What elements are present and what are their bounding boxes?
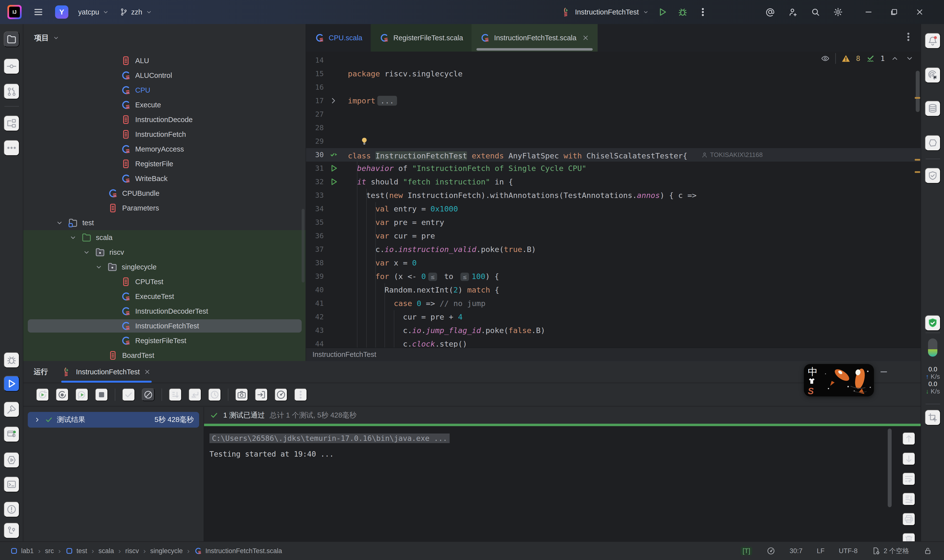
- line-number[interactable]: 31: [306, 162, 324, 175]
- eye-icon[interactable]: [821, 54, 830, 63]
- tool-build-button[interactable]: [4, 402, 19, 417]
- next-problem-icon[interactable]: [905, 54, 914, 63]
- tool-terminal-button[interactable]: [4, 477, 19, 492]
- line-number[interactable]: 42: [306, 310, 324, 324]
- line-number[interactable]: 41: [306, 297, 324, 310]
- line-number[interactable]: 35: [306, 215, 324, 229]
- main-menu-button[interactable]: [31, 5, 45, 19]
- line-number[interactable]: 30: [306, 148, 324, 162]
- license-indicator[interactable]: [925, 315, 941, 331]
- sort-by-duration-button[interactable]: [188, 388, 201, 401]
- import-tests-button[interactable]: [255, 388, 268, 401]
- hide-panel-icon[interactable]: [879, 367, 889, 377]
- tree-item-scala[interactable]: scala: [23, 230, 305, 245]
- line-number[interactable]: 28: [306, 121, 324, 135]
- screenshot-tool-button[interactable]: [925, 410, 941, 425]
- tool-database-button[interactable]: [925, 101, 941, 117]
- debug-button[interactable]: [676, 5, 689, 19]
- tree-item-registerfile[interactable]: RegisterFile: [23, 157, 305, 171]
- warning-stripe-mark[interactable]: [915, 97, 920, 99]
- tool-git-button[interactable]: [4, 523, 19, 538]
- project-scrollbar[interactable]: [302, 209, 305, 283]
- breadcrumb-singlecycle[interactable]: singlecycle: [150, 547, 183, 555]
- tabs-more-icon[interactable]: [903, 31, 914, 42]
- memory-indicator[interactable]: [928, 338, 937, 357]
- tool-services-button[interactable]: [4, 426, 19, 442]
- line-number[interactable]: 29: [306, 135, 324, 148]
- breadcrumb-scala[interactable]: scala: [99, 547, 114, 555]
- close-run-tab-icon[interactable]: [144, 368, 151, 375]
- tool-problems-button[interactable]: [4, 502, 19, 517]
- window-restore-button[interactable]: [887, 5, 901, 19]
- expand-chevron-icon[interactable]: [69, 233, 77, 242]
- breadcrumb-src[interactable]: src: [45, 547, 54, 555]
- writable-lock-icon[interactable]: [923, 546, 932, 555]
- intention-bulb-icon[interactable]: [359, 137, 369, 148]
- tool-more-button[interactable]: [4, 140, 19, 156]
- line-number[interactable]: 32: [306, 175, 324, 189]
- tool-pull-requests-button[interactable]: [4, 83, 19, 99]
- tool-structure-button[interactable]: [4, 115, 19, 131]
- line-number[interactable]: 37: [306, 243, 324, 256]
- soft-wrap-button[interactable]: [902, 472, 915, 485]
- console-scrollbar[interactable]: [888, 429, 892, 507]
- tree-item-parameters[interactable]: Parameters: [23, 201, 305, 215]
- tree-item-cpu[interactable]: CPU: [23, 83, 305, 97]
- tree-item-alu[interactable]: ALU: [23, 53, 305, 68]
- show-passed-button[interactable]: [122, 388, 135, 401]
- expand-icon[interactable]: [33, 416, 41, 424]
- warning-stripe-mark[interactable]: [915, 171, 920, 173]
- line-number[interactable]: 17: [306, 94, 324, 108]
- run-configuration-selector[interactable]: InstructionFetchTest: [562, 7, 649, 17]
- tree-item-instructionfetchtest[interactable]: InstructionFetchTest: [23, 318, 305, 333]
- more-run-options-button[interactable]: [696, 5, 710, 19]
- code-line-36[interactable]: 36 var cur = pre: [306, 229, 921, 243]
- ai-assistant-button[interactable]: [763, 5, 777, 19]
- code-line-35[interactable]: 35 var pre = entry: [306, 215, 921, 229]
- code-line-30[interactable]: 30class InstructionFetchTest extends Any…: [306, 148, 921, 162]
- sort-alphabetically-button[interactable]: [169, 388, 182, 401]
- tree-item-boardtest[interactable]: BoardTest: [23, 348, 305, 361]
- vcs-branch-selector[interactable]: zzh: [119, 8, 153, 17]
- show-ignored-button[interactable]: [142, 388, 155, 401]
- tree-item-memoryaccess[interactable]: MemoryAccess: [23, 142, 305, 157]
- notifications-button[interactable]: [925, 33, 941, 49]
- code-line-38[interactable]: 38 var x = 0: [306, 256, 921, 270]
- code-line-41[interactable]: 41 case 0 => // no jump: [306, 297, 921, 310]
- more-toolbar-button[interactable]: [294, 388, 307, 401]
- tool-gradle-button[interactable]: [925, 135, 941, 151]
- tree-item-cpubundle[interactable]: CPUBundle: [23, 186, 305, 201]
- tree-item-instructiondecode[interactable]: InstructionDecode: [23, 112, 305, 127]
- tool-project-button[interactable]: [4, 31, 19, 47]
- code-line-39[interactable]: 39 for (x <- 0≤ to ≤100) {: [306, 270, 921, 283]
- console-output[interactable]: C:\Users\26586\.jdks\temurin-17.0.16\bin…: [204, 426, 921, 542]
- run-tab[interactable]: InstructionFetchTest: [62, 361, 151, 383]
- tool-ai-chat-button[interactable]: [925, 67, 941, 83]
- rerun-failed-button[interactable]: [56, 388, 69, 401]
- project-panel-header[interactable]: 项目: [23, 24, 305, 52]
- rerun-button[interactable]: [36, 388, 49, 401]
- editor-breadcrumb[interactable]: InstructionFetchTest: [306, 348, 921, 361]
- line-number[interactable]: 15: [306, 67, 324, 80]
- tool-profiler-button[interactable]: [4, 452, 19, 468]
- window-close-button[interactable]: [913, 5, 927, 19]
- performance-widget-icon[interactable]: [767, 546, 775, 555]
- line-number[interactable]: 36: [306, 229, 324, 243]
- search-everywhere-button[interactable]: [808, 5, 822, 19]
- code-line-15[interactable]: 15package riscv.singlecycle: [306, 67, 921, 80]
- expand-chevron-icon[interactable]: [95, 263, 103, 271]
- code-line-44[interactable]: 44 c.clock.step(): [306, 337, 921, 348]
- tree-item-singlecycle[interactable]: singlecycle: [23, 260, 305, 274]
- code-with-me-button[interactable]: [786, 5, 800, 19]
- settings-button[interactable]: [831, 5, 845, 19]
- toggle-auto-test-button[interactable]: [76, 388, 88, 401]
- warning-icon[interactable]: [841, 54, 851, 63]
- grammar-check-icon[interactable]: [866, 54, 875, 63]
- tree-item-alucontrol[interactable]: ALUControl: [23, 68, 305, 83]
- code-line-27[interactable]: 27: [306, 108, 921, 121]
- breadcrumb-test[interactable]: test: [65, 547, 87, 555]
- line-number[interactable]: 27: [306, 108, 324, 121]
- tool-dependencies-button[interactable]: [925, 168, 941, 183]
- fold-arrow-icon[interactable]: [329, 96, 338, 106]
- window-minimize-button[interactable]: [862, 5, 875, 19]
